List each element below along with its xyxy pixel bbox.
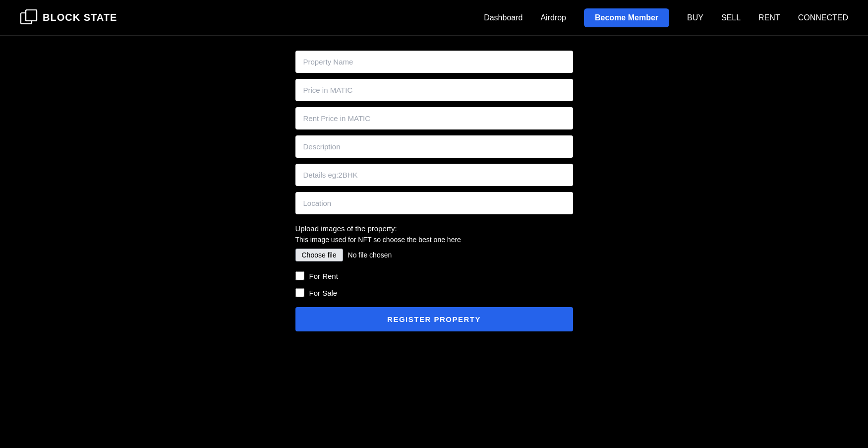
property-name-input[interactable] bbox=[295, 51, 573, 73]
for-sale-label: For Sale bbox=[309, 289, 338, 297]
location-input[interactable] bbox=[295, 192, 573, 214]
for-sale-row[interactable]: For Sale bbox=[295, 288, 573, 297]
logo: BLOCK STATE bbox=[20, 9, 117, 27]
choose-file-button[interactable]: Choose file bbox=[295, 249, 343, 261]
connected-button[interactable]: CONNECTED bbox=[798, 13, 848, 22]
register-property-button[interactable]: REGISTER PROPERTY bbox=[295, 307, 573, 331]
nav-buy[interactable]: BUY bbox=[687, 13, 703, 22]
nav-airdrop[interactable]: Airdrop bbox=[540, 13, 566, 22]
description-input[interactable] bbox=[295, 135, 573, 158]
upload-section: Upload images of the property: This imag… bbox=[295, 224, 573, 261]
nav-links: Dashboard Airdrop Become Member BUY SELL… bbox=[484, 8, 848, 27]
nav-dashboard[interactable]: Dashboard bbox=[484, 13, 522, 22]
no-file-text: No file chosen bbox=[348, 251, 392, 259]
for-sale-checkbox[interactable] bbox=[295, 288, 304, 297]
for-rent-checkbox[interactable] bbox=[295, 271, 304, 280]
file-input-row: Choose file No file chosen bbox=[295, 249, 573, 261]
for-rent-label: For Rent bbox=[309, 272, 338, 280]
checkbox-section: For Rent For Sale bbox=[295, 271, 573, 297]
nav-sell[interactable]: SELL bbox=[721, 13, 741, 22]
navbar: BLOCK STATE Dashboard Airdrop Become Mem… bbox=[0, 0, 868, 36]
svg-rect-1 bbox=[26, 10, 37, 21]
main-content: Upload images of the property: This imag… bbox=[0, 36, 868, 361]
price-matic-input[interactable] bbox=[295, 79, 573, 101]
rent-price-input[interactable] bbox=[295, 107, 573, 129]
property-form: Upload images of the property: This imag… bbox=[295, 51, 573, 331]
upload-label: Upload images of the property: bbox=[295, 224, 573, 233]
for-rent-row[interactable]: For Rent bbox=[295, 271, 573, 280]
nav-rent[interactable]: RENT bbox=[758, 13, 780, 22]
brand-name: BLOCK STATE bbox=[43, 12, 117, 23]
logo-icon bbox=[20, 9, 38, 27]
upload-sublabel: This image used for NFT so choose the be… bbox=[295, 236, 573, 244]
details-input[interactable] bbox=[295, 164, 573, 186]
become-member-button[interactable]: Become Member bbox=[584, 8, 669, 27]
